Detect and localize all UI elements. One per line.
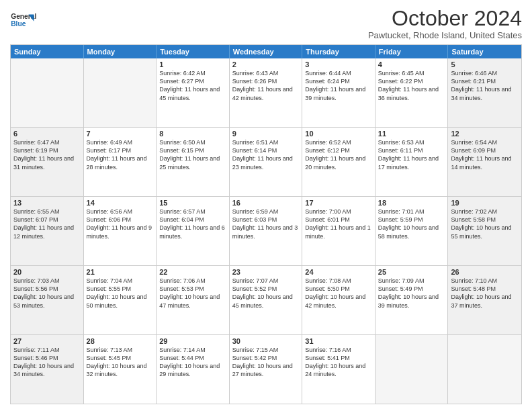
cell-text: Sunrise: 6:51 AM Sunset: 6:14 PM Dayligh… <box>232 138 300 171</box>
calendar-cell: 19Sunrise: 7:02 AM Sunset: 5:58 PM Dayli… <box>448 197 521 265</box>
calendar: Sunday Monday Tuesday Wednesday Thursday… <box>10 44 522 404</box>
cell-text: Sunrise: 6:49 AM Sunset: 6:17 PM Dayligh… <box>87 138 154 171</box>
svg-text:Blue: Blue <box>11 20 26 28</box>
day-number: 4 <box>378 60 445 68</box>
calendar-cell: 11Sunrise: 6:53 AM Sunset: 6:11 PM Dayli… <box>375 128 449 196</box>
calendar-cell <box>375 335 449 404</box>
day-number: 12 <box>451 130 519 138</box>
calendar-cell: 25Sunrise: 7:09 AM Sunset: 5:49 PM Dayli… <box>375 266 449 334</box>
day-number: 22 <box>159 268 226 276</box>
calendar-cell: 7Sunrise: 6:49 AM Sunset: 6:17 PM Daylig… <box>84 128 157 196</box>
header-monday: Monday <box>84 45 157 58</box>
cell-text: Sunrise: 6:42 AM Sunset: 6:27 PM Dayligh… <box>159 69 226 102</box>
header-friday: Friday <box>375 45 449 58</box>
header-thursday: Thursday <box>302 45 375 58</box>
calendar-cell: 3Sunrise: 6:44 AM Sunset: 6:24 PM Daylig… <box>302 58 375 127</box>
day-number: 11 <box>378 130 445 138</box>
day-number: 20 <box>13 268 81 276</box>
day-number: 28 <box>87 337 154 345</box>
day-number: 16 <box>232 199 300 207</box>
calendar-cell: 21Sunrise: 7:04 AM Sunset: 5:55 PM Dayli… <box>84 266 157 334</box>
day-number: 23 <box>232 268 300 276</box>
page: General Blue October 2024 Pawtucket, Rho… <box>0 0 532 411</box>
day-number: 30 <box>232 337 300 345</box>
calendar-cell <box>448 335 521 404</box>
cell-text: Sunrise: 6:52 AM Sunset: 6:12 PM Dayligh… <box>305 138 372 171</box>
calendar-cell: 6Sunrise: 6:47 AM Sunset: 6:19 PM Daylig… <box>11 128 84 196</box>
day-number: 8 <box>159 130 226 138</box>
logo-svg: General Blue <box>10 7 37 34</box>
day-number: 9 <box>232 130 300 138</box>
day-number: 6 <box>13 130 81 138</box>
day-number: 2 <box>232 60 300 68</box>
header-sunday: Sunday <box>11 45 84 58</box>
calendar-row-1: 6Sunrise: 6:47 AM Sunset: 6:19 PM Daylig… <box>11 127 521 196</box>
cell-text: Sunrise: 7:03 AM Sunset: 5:56 PM Dayligh… <box>13 277 81 310</box>
cell-text: Sunrise: 7:10 AM Sunset: 5:48 PM Dayligh… <box>451 277 519 310</box>
calendar-cell: 23Sunrise: 7:07 AM Sunset: 5:52 PM Dayli… <box>230 266 303 334</box>
calendar-cell: 5Sunrise: 6:46 AM Sunset: 6:21 PM Daylig… <box>448 58 521 127</box>
day-number: 27 <box>13 337 81 345</box>
calendar-cell: 16Sunrise: 6:59 AM Sunset: 6:03 PM Dayli… <box>230 197 303 265</box>
calendar-cell: 15Sunrise: 6:57 AM Sunset: 6:04 PM Dayli… <box>157 197 230 265</box>
cell-text: Sunrise: 7:13 AM Sunset: 5:45 PM Dayligh… <box>87 346 154 379</box>
cell-text: Sunrise: 6:56 AM Sunset: 6:06 PM Dayligh… <box>87 208 154 240</box>
cell-text: Sunrise: 7:02 AM Sunset: 5:58 PM Dayligh… <box>451 208 519 240</box>
calendar-body: 1Sunrise: 6:42 AM Sunset: 6:27 PM Daylig… <box>11 58 521 404</box>
day-number: 19 <box>451 199 519 207</box>
calendar-cell: 29Sunrise: 7:14 AM Sunset: 5:44 PM Dayli… <box>157 335 230 404</box>
calendar-cell: 18Sunrise: 7:01 AM Sunset: 5:59 PM Dayli… <box>375 197 449 265</box>
calendar-cell: 8Sunrise: 6:50 AM Sunset: 6:15 PM Daylig… <box>157 128 230 196</box>
cell-text: Sunrise: 6:44 AM Sunset: 6:24 PM Dayligh… <box>305 69 372 102</box>
calendar-cell: 20Sunrise: 7:03 AM Sunset: 5:56 PM Dayli… <box>11 266 84 334</box>
calendar-cell: 12Sunrise: 6:54 AM Sunset: 6:09 PM Dayli… <box>448 128 521 196</box>
calendar-row-4: 27Sunrise: 7:11 AM Sunset: 5:46 PM Dayli… <box>11 334 521 404</box>
calendar-cell: 14Sunrise: 6:56 AM Sunset: 6:06 PM Dayli… <box>84 197 157 265</box>
day-number: 7 <box>87 130 154 138</box>
calendar-cell: 9Sunrise: 6:51 AM Sunset: 6:14 PM Daylig… <box>230 128 303 196</box>
cell-text: Sunrise: 7:11 AM Sunset: 5:46 PM Dayligh… <box>13 346 81 379</box>
cell-text: Sunrise: 6:59 AM Sunset: 6:03 PM Dayligh… <box>232 208 300 240</box>
calendar-cell: 28Sunrise: 7:13 AM Sunset: 5:45 PM Dayli… <box>84 335 157 404</box>
day-number: 18 <box>378 199 445 207</box>
day-number: 10 <box>305 130 372 138</box>
day-number: 31 <box>305 337 372 345</box>
cell-text: Sunrise: 6:45 AM Sunset: 6:22 PM Dayligh… <box>378 69 445 102</box>
header-wednesday: Wednesday <box>230 45 303 58</box>
calendar-cell: 10Sunrise: 6:52 AM Sunset: 6:12 PM Dayli… <box>302 128 375 196</box>
calendar-cell: 24Sunrise: 7:08 AM Sunset: 5:50 PM Dayli… <box>302 266 375 334</box>
cell-text: Sunrise: 7:08 AM Sunset: 5:50 PM Dayligh… <box>305 277 372 310</box>
cell-text: Sunrise: 6:46 AM Sunset: 6:21 PM Dayligh… <box>451 69 519 102</box>
calendar-row-3: 20Sunrise: 7:03 AM Sunset: 5:56 PM Dayli… <box>11 265 521 334</box>
cell-text: Sunrise: 6:47 AM Sunset: 6:19 PM Dayligh… <box>13 138 81 171</box>
cell-text: Sunrise: 7:01 AM Sunset: 5:59 PM Dayligh… <box>378 208 445 240</box>
subtitle: Pawtucket, Rhode Island, United States <box>368 30 522 40</box>
calendar-cell: 30Sunrise: 7:15 AM Sunset: 5:42 PM Dayli… <box>230 335 303 404</box>
day-number: 26 <box>451 268 519 276</box>
cell-text: Sunrise: 7:14 AM Sunset: 5:44 PM Dayligh… <box>159 346 226 379</box>
main-title: October 2024 <box>368 7 522 30</box>
cell-text: Sunrise: 7:00 AM Sunset: 6:01 PM Dayligh… <box>305 208 372 240</box>
header-saturday: Saturday <box>448 45 521 58</box>
calendar-header: Sunday Monday Tuesday Wednesday Thursday… <box>11 45 521 58</box>
calendar-cell: 22Sunrise: 7:06 AM Sunset: 5:53 PM Dayli… <box>157 266 230 334</box>
cell-text: Sunrise: 7:16 AM Sunset: 5:41 PM Dayligh… <box>305 346 372 379</box>
cell-text: Sunrise: 6:43 AM Sunset: 6:26 PM Dayligh… <box>232 69 300 102</box>
calendar-row-0: 1Sunrise: 6:42 AM Sunset: 6:27 PM Daylig… <box>11 58 521 127</box>
calendar-cell: 13Sunrise: 6:55 AM Sunset: 6:07 PM Dayli… <box>11 197 84 265</box>
calendar-cell: 2Sunrise: 6:43 AM Sunset: 6:26 PM Daylig… <box>230 58 303 127</box>
day-number: 15 <box>159 199 226 207</box>
cell-text: Sunrise: 7:09 AM Sunset: 5:49 PM Dayligh… <box>378 277 445 310</box>
calendar-cell: 1Sunrise: 6:42 AM Sunset: 6:27 PM Daylig… <box>157 58 230 127</box>
cell-text: Sunrise: 6:53 AM Sunset: 6:11 PM Dayligh… <box>378 138 445 171</box>
calendar-row-2: 13Sunrise: 6:55 AM Sunset: 6:07 PM Dayli… <box>11 196 521 265</box>
calendar-cell: 31Sunrise: 7:16 AM Sunset: 5:41 PM Dayli… <box>302 335 375 404</box>
calendar-cell <box>84 58 157 127</box>
day-number: 29 <box>159 337 226 345</box>
logo: General Blue <box>10 7 37 34</box>
calendar-cell: 17Sunrise: 7:00 AM Sunset: 6:01 PM Dayli… <box>302 197 375 265</box>
title-section: October 2024 Pawtucket, Rhode Island, Un… <box>368 7 522 40</box>
day-number: 1 <box>159 60 226 68</box>
cell-text: Sunrise: 7:15 AM Sunset: 5:42 PM Dayligh… <box>232 346 300 379</box>
header: General Blue October 2024 Pawtucket, Rho… <box>10 7 522 40</box>
